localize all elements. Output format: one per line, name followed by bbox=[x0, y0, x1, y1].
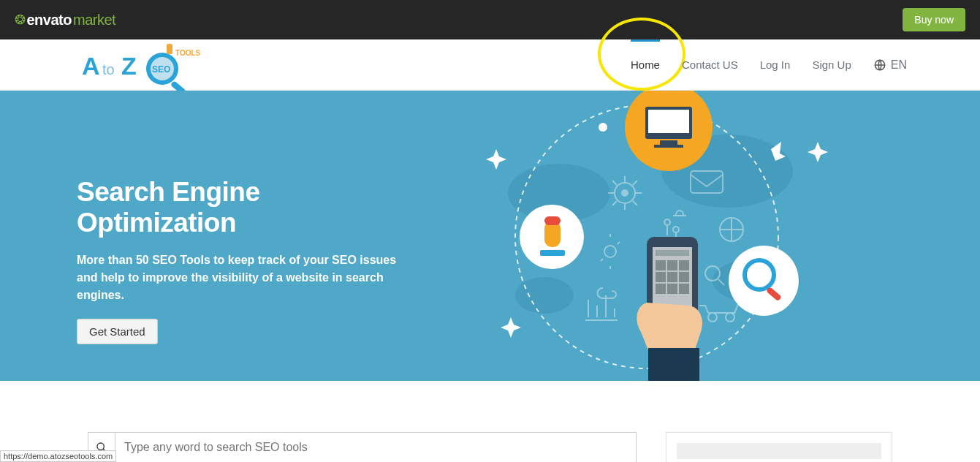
hero-illustration bbox=[420, 91, 907, 381]
svg-text:SEO: SEO bbox=[152, 64, 170, 75]
svg-rect-48 bbox=[667, 284, 677, 294]
svg-rect-49 bbox=[679, 284, 689, 294]
svg-text:to: to bbox=[102, 61, 115, 77]
svg-point-35 bbox=[673, 227, 679, 232]
nav-contact[interactable]: Contact US bbox=[682, 39, 738, 90]
envato-bar: ❂ envato market Buy now bbox=[0, 0, 980, 39]
hero-description: More than 50 SEO Tools to keep track of … bbox=[77, 251, 420, 304]
svg-rect-19 bbox=[660, 140, 677, 145]
site-logo[interactable]: A to Z SEO TOOLS bbox=[80, 35, 205, 95]
svg-point-33 bbox=[726, 313, 734, 322]
get-started-button[interactable]: Get Started bbox=[77, 319, 158, 344]
language-switcher[interactable]: EN bbox=[873, 58, 907, 72]
nav-home-label: Home bbox=[631, 58, 660, 71]
svg-text:TOOLS: TOOLS bbox=[175, 49, 201, 57]
envato-brand-2: market bbox=[73, 12, 115, 29]
svg-rect-43 bbox=[679, 260, 689, 270]
envato-brand-1: envato bbox=[27, 12, 72, 29]
svg-point-25 bbox=[729, 246, 799, 316]
globe-icon bbox=[873, 58, 886, 72]
status-bar-url: https://demo.atozseotools.com bbox=[0, 450, 116, 462]
sidebar-skeleton bbox=[677, 443, 881, 459]
svg-point-30 bbox=[622, 190, 628, 196]
svg-rect-45 bbox=[667, 272, 677, 282]
header: A to Z SEO TOOLS Home Contact US Log In … bbox=[0, 39, 980, 91]
search-input[interactable] bbox=[115, 432, 637, 462]
svg-text:A: A bbox=[82, 52, 100, 80]
language-label: EN bbox=[891, 58, 907, 72]
svg-rect-44 bbox=[656, 272, 666, 282]
svg-rect-7 bbox=[167, 44, 172, 54]
nav-signup[interactable]: Sign Up bbox=[812, 39, 851, 90]
hero-title: Search Engine Optimization bbox=[77, 177, 420, 238]
content-area bbox=[0, 381, 980, 462]
hero-section: Search Engine Optimization More than 50 … bbox=[0, 91, 980, 381]
nav-login[interactable]: Log In bbox=[760, 39, 791, 90]
svg-point-52 bbox=[97, 443, 104, 450]
svg-point-13 bbox=[515, 277, 574, 314]
svg-point-15 bbox=[599, 123, 607, 132]
svg-text:Z: Z bbox=[121, 52, 137, 80]
svg-rect-20 bbox=[654, 145, 683, 148]
hero-copy: Search Engine Optimization More than 50 … bbox=[77, 91, 420, 381]
svg-rect-18 bbox=[648, 110, 689, 133]
search-bar bbox=[88, 432, 637, 462]
svg-point-36 bbox=[664, 219, 670, 225]
orbit-illustration-icon bbox=[457, 91, 837, 381]
buy-now-button[interactable]: Buy now bbox=[903, 8, 965, 31]
svg-rect-41 bbox=[656, 260, 666, 270]
sidebar-card bbox=[666, 432, 892, 462]
svg-point-32 bbox=[708, 313, 717, 322]
svg-rect-51 bbox=[648, 348, 699, 381]
svg-rect-47 bbox=[656, 284, 666, 294]
svg-rect-23 bbox=[544, 216, 561, 225]
leaf-icon: ❂ bbox=[15, 12, 26, 28]
svg-point-34 bbox=[604, 246, 616, 257]
main-nav: Home Contact US Log In Sign Up EN bbox=[631, 39, 907, 90]
svg-rect-46 bbox=[679, 272, 689, 282]
svg-rect-50 bbox=[656, 250, 689, 256]
envato-logo[interactable]: ❂ envato market bbox=[15, 12, 115, 29]
svg-rect-42 bbox=[667, 260, 677, 270]
svg-rect-24 bbox=[540, 250, 565, 256]
nav-home[interactable]: Home bbox=[631, 39, 660, 90]
